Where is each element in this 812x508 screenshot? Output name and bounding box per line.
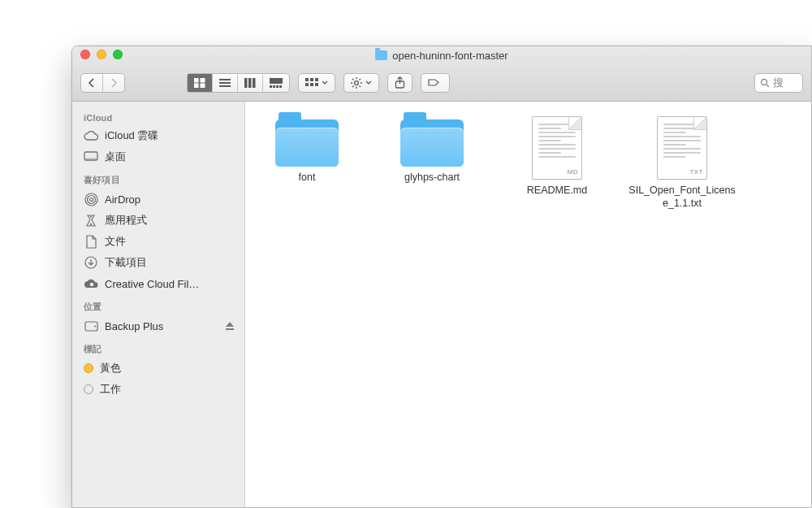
svg-rect-2 <box>194 84 198 88</box>
file-item[interactable]: TXT SIL_Open_Font_License_1.1.txt <box>628 116 736 210</box>
view-icons-button[interactable] <box>188 74 213 92</box>
sidebar-item-label: AirDrop <box>105 193 140 206</box>
file-name: font <box>299 172 316 185</box>
tags-button[interactable] <box>421 73 450 93</box>
view-columns-button[interactable] <box>238 74 263 92</box>
svg-line-32 <box>767 85 769 87</box>
file-name: SIL_Open_Font_License_1.1.txt <box>628 185 736 210</box>
file-name: README.md <box>527 185 587 198</box>
file-item[interactable]: font <box>253 116 361 185</box>
sidebar-item-documents[interactable]: 文件 <box>72 231 244 252</box>
sidebar-header-favorites: 喜好項目 <box>72 167 244 189</box>
svg-rect-34 <box>84 158 97 160</box>
applications-icon <box>84 213 98 228</box>
sidebar-header-icloud: iCloud <box>72 106 244 125</box>
action-button[interactable] <box>343 73 379 93</box>
svg-point-31 <box>762 79 767 85</box>
icons-view-icon <box>194 78 205 88</box>
svg-rect-15 <box>305 78 309 81</box>
document-icon: TXT <box>657 116 707 180</box>
back-button[interactable] <box>81 74 103 92</box>
eject-icon <box>225 321 235 331</box>
file-item[interactable]: MD README.md <box>503 116 611 198</box>
folder-icon <box>400 119 464 167</box>
file-grid: font glyhps-chart MD README.md <box>253 116 803 210</box>
documents-icon <box>84 234 98 249</box>
search-icon <box>760 78 770 88</box>
folder-icon <box>375 50 387 60</box>
minimize-button[interactable] <box>97 50 106 59</box>
disk-icon <box>84 319 98 333</box>
tag-icon <box>428 77 443 88</box>
toolbar: 搜 <box>72 64 811 102</box>
svg-rect-13 <box>276 85 279 88</box>
svg-line-26 <box>352 79 354 80</box>
svg-line-28 <box>360 79 361 80</box>
close-button[interactable] <box>80 50 90 59</box>
finder-window: open-huninn-font-master <box>71 46 812 508</box>
sidebar-tag-work[interactable]: 工作 <box>72 379 244 400</box>
window-title-text: open-huninn-font-master <box>392 50 508 62</box>
content-area[interactable]: font glyhps-chart MD README.md <box>245 102 811 507</box>
sidebar-item-downloads[interactable]: 下載項目 <box>72 252 244 273</box>
gear-icon <box>351 77 362 89</box>
svg-rect-1 <box>201 78 205 82</box>
svg-rect-19 <box>310 83 313 86</box>
sidebar-item-label: 應用程式 <box>105 213 147 228</box>
svg-rect-20 <box>315 83 318 86</box>
svg-rect-12 <box>273 85 275 88</box>
sidebar-item-label: 文件 <box>105 234 126 249</box>
svg-rect-9 <box>253 78 256 88</box>
document-icon: MD <box>532 116 582 180</box>
svg-rect-5 <box>219 82 231 84</box>
sidebar-item-label: Creative Cloud Fil… <box>105 278 199 290</box>
file-badge: MD <box>568 168 578 176</box>
view-gallery-button[interactable] <box>263 74 289 92</box>
sidebar-item-backup-plus[interactable]: Backup Plus <box>72 315 225 336</box>
file-item[interactable]: glyhps-chart <box>378 116 486 185</box>
window-controls <box>80 50 123 59</box>
sidebar-item-label: 工作 <box>100 382 121 397</box>
sidebar-item-icloud-drive[interactable]: iCloud 雲碟 <box>72 125 244 146</box>
svg-rect-18 <box>305 83 309 86</box>
sidebar-item-airdrop[interactable]: AirDrop <box>72 189 244 210</box>
svg-rect-7 <box>244 78 248 88</box>
sidebar-item-desktop[interactable]: 桌面 <box>72 146 244 167</box>
search-field[interactable]: 搜 <box>754 73 803 93</box>
sidebar-item-applications[interactable]: 應用程式 <box>72 210 244 231</box>
chevron-right-icon <box>110 78 118 88</box>
desktop-icon <box>84 150 98 164</box>
zoom-button[interactable] <box>113 50 123 59</box>
sidebar-item-creativecloud[interactable]: Creative Cloud Fil… <box>72 273 244 294</box>
sidebar-header-locations: 位置 <box>72 294 244 315</box>
file-name: glyhps-chart <box>404 172 460 185</box>
forward-button[interactable] <box>103 74 124 92</box>
sidebar-item-label: Backup Plus <box>105 320 163 332</box>
svg-point-39 <box>90 282 94 286</box>
sidebar: iCloud iCloud 雲碟 桌面 喜好項目 AirDrop 應用程式 文件 <box>72 102 245 507</box>
svg-rect-11 <box>270 85 272 88</box>
sidebar-tag-yellow[interactable]: 黃色 <box>72 358 244 379</box>
eject-button[interactable] <box>225 321 235 331</box>
view-switcher <box>187 73 290 93</box>
search-placeholder: 搜 <box>773 76 784 90</box>
svg-rect-16 <box>310 78 313 81</box>
nav-segment <box>80 73 125 93</box>
arrange-button[interactable] <box>298 73 335 93</box>
sidebar-item-label: 桌面 <box>105 150 126 164</box>
svg-rect-6 <box>219 85 231 87</box>
share-icon <box>395 76 405 89</box>
share-button[interactable] <box>387 73 412 93</box>
svg-rect-17 <box>315 78 318 81</box>
tag-dot-empty-icon <box>84 384 93 394</box>
arrange-icon <box>305 78 318 88</box>
svg-rect-0 <box>194 78 198 82</box>
tag-dot-yellow-icon <box>84 363 93 373</box>
titlebar: open-huninn-font-master <box>72 46 811 64</box>
view-list-button[interactable] <box>213 74 238 92</box>
svg-line-29 <box>352 85 354 87</box>
chevron-left-icon <box>88 78 96 88</box>
sidebar-item-backup-plus-row: Backup Plus <box>72 315 244 336</box>
svg-point-21 <box>355 80 359 85</box>
svg-point-41 <box>94 325 96 327</box>
